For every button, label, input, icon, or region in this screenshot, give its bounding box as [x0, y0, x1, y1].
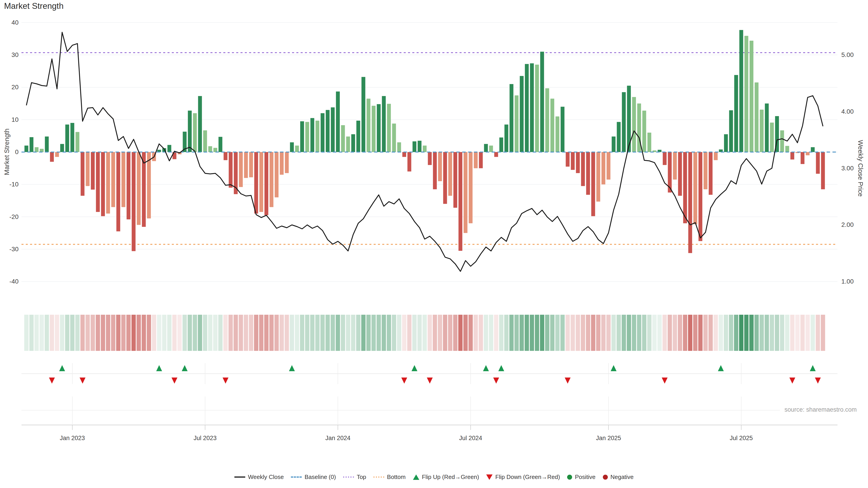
heatmap-cell: [244, 315, 248, 351]
strength-bar: [193, 113, 197, 152]
heatmap-cell: [530, 315, 534, 351]
heatmap-cell: [121, 315, 125, 351]
strength-bar: [188, 111, 192, 152]
heatmap-cell: [688, 315, 692, 351]
heatmap-cell: [673, 315, 677, 351]
heatmap-cell: [274, 315, 279, 351]
flip-up-icon: [498, 365, 504, 371]
heatmap-cell: [438, 315, 442, 351]
heatmap-cell: [371, 315, 376, 351]
heatmap-cell: [760, 315, 764, 351]
strength-bar: [571, 152, 575, 170]
legend-item: Top: [343, 474, 366, 481]
bars-layer: [24, 30, 825, 253]
strength-bar: [270, 152, 274, 207]
heatmap-cell: [570, 315, 575, 351]
heatmap-cell: [469, 315, 473, 351]
strength-bar: [407, 152, 411, 171]
strength-bar: [60, 144, 64, 152]
legend-item: Flip Down (Green→Red): [486, 474, 560, 481]
strength-bar: [612, 136, 616, 152]
strength-bar: [509, 84, 513, 152]
heatmap-cell: [249, 315, 253, 351]
heatmap-cell: [397, 315, 401, 351]
strength-bar: [111, 152, 115, 207]
strength-bar: [647, 133, 651, 152]
strength-bar: [489, 145, 493, 152]
flip-up-icon: [483, 365, 489, 371]
strength-bar: [116, 152, 120, 231]
heatmap-cell: [178, 315, 182, 351]
svg-text:Jul 2025: Jul 2025: [730, 435, 753, 442]
heatmap-cell: [770, 315, 774, 351]
strength-bar: [535, 65, 539, 152]
heatmap-cell: [361, 315, 366, 351]
heatmap-cell: [315, 315, 320, 351]
svg-text:Jan 2023: Jan 2023: [60, 435, 85, 442]
strength-bar: [474, 152, 477, 168]
heatmap-cell: [576, 315, 580, 351]
heatmap-cell: [280, 315, 284, 351]
legend-label: Negative: [610, 474, 633, 481]
heatmap-cell: [142, 315, 146, 351]
legend-label: Flip Down (Green→Red): [495, 474, 560, 481]
svg-text:5.00: 5.00: [841, 51, 854, 58]
strength-bar: [295, 145, 299, 152]
heatmap-cell: [494, 315, 498, 351]
strength-bar: [167, 145, 171, 152]
heatmap-cell: [775, 315, 779, 351]
strength-bar: [341, 125, 345, 152]
svg-text:10: 10: [11, 116, 19, 123]
heatmap-cell: [34, 315, 39, 351]
strength-bar: [561, 107, 564, 152]
heatmap-strip: [24, 315, 825, 351]
heatmap-cell: [295, 315, 299, 351]
heatmap-cell: [382, 315, 386, 351]
marker-band: [22, 363, 837, 424]
strength-bar: [223, 152, 227, 160]
heatmap-cell: [91, 315, 95, 351]
strength-bar: [310, 118, 314, 152]
strength-bar: [96, 152, 100, 212]
strength-bar: [622, 92, 626, 152]
strength-bar: [254, 152, 258, 214]
strength-bar: [356, 121, 360, 152]
strength-bar: [607, 152, 610, 180]
strength-bar: [438, 152, 442, 181]
strength-bar: [372, 106, 375, 152]
dot-green-icon: [567, 475, 572, 480]
strength-bar: [285, 152, 289, 173]
strength-bar: [576, 152, 580, 173]
heatmap-cell: [509, 315, 514, 351]
flip-up-icon: [810, 365, 816, 371]
strength-bar: [744, 36, 748, 152]
flip-down-icon: [427, 378, 433, 384]
strength-bar: [739, 30, 743, 152]
strength-bar: [458, 152, 462, 251]
heatmap-cell: [627, 315, 631, 351]
heatmap-cell: [270, 315, 274, 351]
line-black-icon: [235, 477, 245, 478]
heatmap-cell: [377, 315, 381, 351]
strength-bar: [709, 152, 712, 195]
heatmap-cell: [693, 315, 698, 351]
svg-text:Jul 2023: Jul 2023: [193, 435, 217, 442]
heatmap-cell: [264, 315, 269, 351]
heatmap-cell: [484, 315, 488, 351]
heatmap-cell: [744, 315, 748, 351]
heatmap-cell: [453, 315, 458, 351]
heatmap-cell: [617, 315, 621, 351]
legend-label: Top: [357, 474, 366, 481]
strength-bar: [423, 145, 427, 152]
heatmap-cell: [749, 315, 754, 351]
legend-item: Baseline (0): [291, 474, 336, 481]
heatmap-cell: [540, 315, 544, 351]
heatmap-cell: [565, 315, 570, 351]
heatmap-cell: [790, 315, 795, 351]
legend-label: Baseline (0): [305, 474, 336, 481]
strength-bar: [464, 152, 467, 233]
strength-bar: [780, 130, 784, 152]
heatmap-cell: [407, 315, 411, 351]
strength-bar: [86, 152, 90, 186]
strength-bar: [315, 121, 319, 152]
